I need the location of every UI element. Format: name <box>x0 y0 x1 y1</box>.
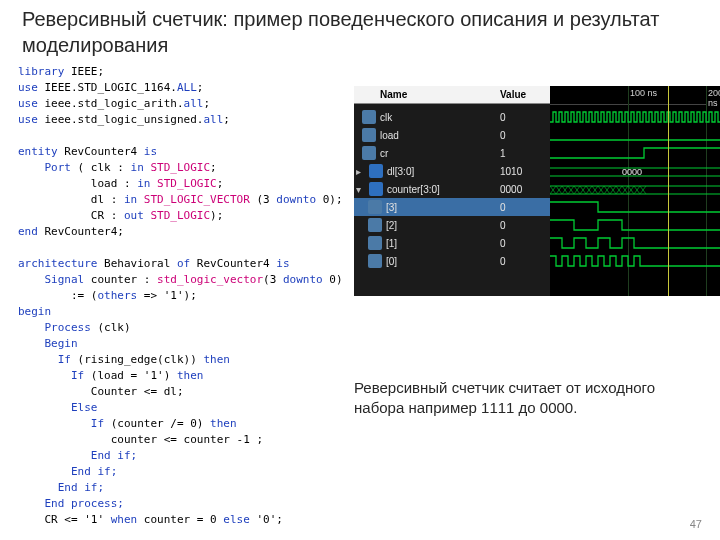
signal-row-bit1[interactable]: [1] <box>354 234 494 252</box>
signal-icon <box>368 236 382 250</box>
caption-line: набора например 1111 до 0000. <box>354 398 708 418</box>
signal-icon <box>362 110 376 124</box>
signal-list: Name clk load cr ▸dl[3:0] ▾counter[3:0] … <box>354 86 495 296</box>
bus-icon <box>369 164 383 178</box>
value-cell: 0 <box>494 198 550 216</box>
signal-row-bit2[interactable]: [2] <box>354 216 494 234</box>
simulation-panel: Name clk load cr ▸dl[3:0] ▾counter[3:0] … <box>354 86 720 296</box>
value-list: Value 0 0 1 1010 0000 0 0 0 0 <box>494 86 551 296</box>
value-cell: 0 <box>494 234 550 252</box>
value-cell: 0 <box>494 126 550 144</box>
waveform-svg: 0000 <box>550 86 720 296</box>
signal-row-bit0[interactable]: [0] <box>354 252 494 270</box>
signal-icon <box>368 254 382 268</box>
value-cell: 0 <box>494 216 550 234</box>
signal-icon <box>362 128 376 142</box>
signal-icon <box>362 146 376 160</box>
caption-line: Реверсивный счетчик считает от исходного <box>354 378 708 398</box>
value-cell: 0 <box>494 108 550 126</box>
signal-row-clk[interactable]: clk <box>354 108 494 126</box>
slide-caption: Реверсивный счетчик считает от исходного… <box>354 378 708 418</box>
slide-title: Реверсивный счетчик: пример поведенческо… <box>22 6 698 58</box>
value-cell: 0000 <box>494 180 550 198</box>
svg-text:0000: 0000 <box>622 167 642 177</box>
value-cell: 1010 <box>494 162 550 180</box>
waveform-area[interactable]: 100 ns 200 ns 0000 <box>550 86 720 296</box>
signal-row-counter[interactable]: ▾counter[3:0] <box>354 180 494 198</box>
value-cell: 1 <box>494 144 550 162</box>
column-header-value: Value <box>494 86 550 104</box>
value-cell: 0 <box>494 252 550 270</box>
signal-icon <box>368 200 382 214</box>
column-header-name: Name <box>354 86 494 104</box>
page-number: 47 <box>690 518 702 530</box>
signal-row-load[interactable]: load <box>354 126 494 144</box>
signal-icon <box>368 218 382 232</box>
vhdl-code: library IEEE; use IEEE.STD_LOGIC_1164.AL… <box>18 64 378 540</box>
signal-row-bit3[interactable]: [3] <box>354 198 494 216</box>
signal-row-dl[interactable]: ▸dl[3:0] <box>354 162 494 180</box>
signal-row-cr[interactable]: cr <box>354 144 494 162</box>
bus-icon <box>369 182 383 196</box>
time-cursor[interactable] <box>668 86 669 296</box>
